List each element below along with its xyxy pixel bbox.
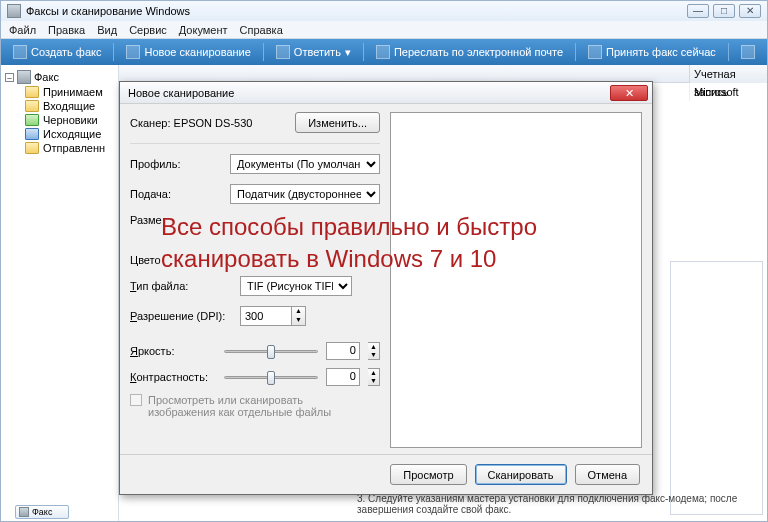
sidebar-item-incoming-now[interactable]: Принимаем	[3, 85, 116, 99]
menu-document[interactable]: Документ	[179, 24, 228, 36]
contrast-label: Контрастность:	[130, 371, 216, 383]
scanner-label: Сканер: EPSON DS-530	[130, 117, 252, 129]
profile-select[interactable]: Документы (По умолчанию)	[230, 154, 380, 174]
maximize-button[interactable]: □	[713, 4, 735, 18]
titlebar: Факсы и сканирование Windows — □ ✕	[1, 1, 767, 21]
receive-icon	[588, 45, 602, 59]
taskbar-thumb[interactable]: Факс	[15, 505, 69, 519]
scan-settings-form: Сканер: EPSON DS-530 Изменить... Профиль…	[120, 104, 390, 494]
chevron-up-icon[interactable]: ▲	[368, 369, 379, 377]
dialog-body: Сканер: EPSON DS-530 Изменить... Профиль…	[120, 104, 652, 494]
feed-select[interactable]: Податчик (двустороннее сканир	[230, 184, 380, 204]
receive-now-button[interactable]: Принять факс сейчас	[582, 43, 722, 61]
wizard-hint-text: 3. Следуйте указаниям мастера установки …	[357, 493, 753, 515]
folder-icon	[25, 114, 39, 126]
forward-icon	[376, 45, 390, 59]
menu-help[interactable]: Справка	[240, 24, 283, 36]
filetype-label: Тип файла:	[130, 280, 234, 292]
contrast-slider[interactable]	[224, 368, 318, 386]
reply-icon	[276, 45, 290, 59]
new-fax-label: Создать факс	[31, 46, 101, 58]
chevron-up-icon[interactable]: ▲	[292, 307, 305, 316]
sidebar-item-label: Принимаем	[43, 86, 103, 98]
spinner-arrows[interactable]: ▲▼	[368, 342, 380, 360]
toolbar-extra-button[interactable]	[735, 43, 761, 61]
dialog-title: Новое сканирование	[128, 87, 234, 99]
folder-icon	[25, 100, 39, 112]
spinner-arrows[interactable]: ▲▼	[368, 368, 380, 386]
cancel-button[interactable]: Отмена	[575, 464, 640, 485]
fax-app-icon	[7, 4, 21, 18]
new-fax-button[interactable]: Создать факс	[7, 43, 107, 61]
brightness-label: Яркость:	[130, 345, 216, 357]
taskbar-thumb-label: Факс	[32, 507, 52, 517]
minimize-button[interactable]: —	[687, 4, 709, 18]
sidebar-item-sent[interactable]: Отправленн	[3, 141, 116, 155]
sidebar-item-label: Входящие	[43, 100, 95, 112]
change-scanner-button[interactable]: Изменить...	[295, 112, 380, 133]
feed-label: Подача:	[130, 188, 224, 200]
sidebar: – Факс Принимаем Входящие Черновики Исхо…	[1, 65, 119, 521]
folder-icon	[25, 86, 39, 98]
dpi-spinner[interactable]: ▲▼	[240, 306, 306, 326]
scanner-icon	[126, 45, 140, 59]
colorformat-label: Цвето	[130, 254, 234, 266]
preview-canvas	[390, 112, 642, 448]
menu-view[interactable]: Вид	[97, 24, 117, 36]
menu-tools[interactable]: Сервис	[129, 24, 167, 36]
contact-icon	[741, 45, 755, 59]
sidebar-item-drafts[interactable]: Черновики	[3, 113, 116, 127]
menu-file[interactable]: Файл	[9, 24, 36, 36]
menu-edit[interactable]: Правка	[48, 24, 85, 36]
close-button[interactable]: ✕	[739, 4, 761, 18]
preview-area	[390, 104, 652, 494]
window-controls: — □ ✕	[687, 4, 761, 18]
dpi-input[interactable]	[240, 306, 292, 326]
brightness-slider[interactable]	[224, 342, 318, 360]
sidebar-item-label: Черновики	[43, 114, 98, 126]
chevron-down-icon[interactable]: ▼	[292, 316, 305, 325]
folder-icon	[25, 128, 39, 140]
fax-icon	[13, 45, 27, 59]
column-header-account[interactable]: Учетная запись	[689, 65, 767, 83]
separator	[113, 43, 114, 61]
scanner-value: EPSON DS-530	[174, 117, 253, 129]
preview-pane-border	[670, 261, 763, 515]
chevron-up-icon[interactable]: ▲	[368, 343, 379, 351]
tree-root-fax[interactable]: – Факс	[3, 69, 116, 85]
chevron-down-icon: ▾	[345, 46, 351, 59]
app-window: Факсы и сканирование Windows — □ ✕ Файл …	[0, 0, 768, 522]
brightness-value[interactable]: 0	[326, 342, 360, 360]
reply-button[interactable]: Ответить ▾	[270, 43, 357, 61]
dialog-footer: Просмотр Сканировать Отмена	[120, 454, 652, 494]
separate-files-checkbox[interactable]	[130, 394, 142, 406]
chevron-down-icon[interactable]: ▼	[368, 351, 379, 359]
profile-label: Профиль:	[130, 158, 224, 170]
slider-thumb[interactable]	[267, 371, 275, 385]
new-scan-button[interactable]: Новое сканирование	[120, 43, 256, 61]
forward-button[interactable]: Переслать по электронной почте	[370, 43, 569, 61]
fax-icon	[17, 70, 31, 84]
separate-files-label: Просмотреть или сканировать изображения …	[148, 394, 358, 418]
tree-toggle-icon[interactable]: –	[5, 73, 14, 82]
sidebar-item-label: Исходящие	[43, 128, 101, 140]
receive-now-label: Принять факс сейчас	[606, 46, 716, 58]
forward-label: Переслать по электронной почте	[394, 46, 563, 58]
new-scan-label: Новое сканирование	[144, 46, 250, 58]
chevron-down-icon[interactable]: ▼	[368, 377, 379, 385]
separator	[363, 43, 364, 61]
contrast-value[interactable]: 0	[326, 368, 360, 386]
dialog-close-button[interactable]: ✕	[610, 85, 648, 101]
toolbar: Создать факс Новое сканирование Ответить…	[1, 39, 767, 65]
menubar: Файл Правка Вид Сервис Документ Справка	[1, 21, 767, 39]
preview-button[interactable]: Просмотр	[390, 464, 466, 485]
scan-button[interactable]: Сканировать	[475, 464, 567, 485]
dialog-titlebar: Новое сканирование ✕	[120, 82, 652, 104]
sidebar-item-outbox[interactable]: Исходящие	[3, 127, 116, 141]
divider	[130, 143, 380, 144]
sidebar-item-inbox[interactable]: Входящие	[3, 99, 116, 113]
spinner-arrows[interactable]: ▲▼	[292, 306, 306, 326]
folder-icon	[25, 142, 39, 154]
filetype-select[interactable]: TIF (Рисунок TIFF)	[240, 276, 352, 296]
slider-thumb[interactable]	[267, 345, 275, 359]
